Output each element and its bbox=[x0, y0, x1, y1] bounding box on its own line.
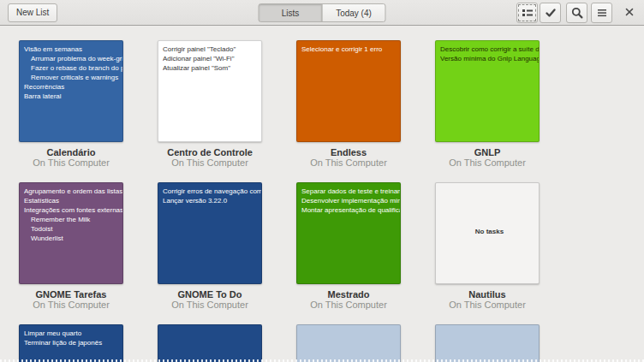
task-item: Visão em semanas bbox=[24, 45, 122, 54]
selection-mode-button[interactable] bbox=[540, 3, 561, 23]
close-icon bbox=[624, 7, 635, 20]
task-list-card-endless[interactable]: Selecionar e corrigir 1 erro Endless On … bbox=[296, 40, 401, 182]
list-title: GNOME Tarefas bbox=[19, 289, 123, 300]
task-item: Estatísticas bbox=[24, 196, 122, 205]
task-list-card-nautilus[interactable]: No tasks Nautilus On This Computer bbox=[435, 182, 540, 324]
task-item: Integrações com fontes externas bbox=[24, 205, 122, 215]
task-item: Remover criticals e warnings bbox=[24, 73, 122, 82]
search-button[interactable] bbox=[566, 3, 587, 23]
task-item: Montar apresentação de qualificação bbox=[301, 205, 400, 215]
task-list-thumbnail: Agrupamento e ordem das listas de tarefa… bbox=[19, 182, 123, 284]
list-title: Endless bbox=[296, 147, 401, 157]
search-icon bbox=[570, 6, 584, 20]
task-list-thumbnail: Corrigir painel "Teclado" Adicionar pain… bbox=[158, 40, 262, 142]
task-list-card-row3-4[interactable] bbox=[435, 324, 540, 362]
task-list-thumbnail: No tasks bbox=[435, 182, 540, 284]
task-list-thumbnail: Selecionar e corrigir 1 erro bbox=[296, 40, 401, 142]
list-subtitle: On This Computer bbox=[19, 300, 123, 310]
task-lists-grid: Visão em semanas Arrumar problema do wee… bbox=[19, 40, 540, 362]
task-list-thumbnail bbox=[158, 324, 262, 362]
task-item: Remember the Milk bbox=[24, 215, 122, 224]
menu-icon bbox=[595, 6, 609, 20]
task-item: Arrumar problema do week-grid bbox=[24, 54, 122, 63]
new-list-button[interactable]: New List bbox=[8, 3, 57, 22]
task-list-thumbnail: Corrigir erros de navegação com teclado … bbox=[158, 182, 262, 284]
task-item: Versão mínima do Gnlp Language Tool bbox=[440, 54, 539, 63]
list-subtitle: On This Computer bbox=[435, 300, 540, 310]
task-list-card-row3-1[interactable]: Limpar meu quarto Terminar lição de japo… bbox=[19, 324, 123, 362]
list-subtitle: On This Computer bbox=[158, 300, 262, 310]
task-list-card-gnome-tarefas[interactable]: Agrupamento e ordem das listas de tarefa… bbox=[19, 182, 123, 324]
task-item: Todoist bbox=[24, 224, 122, 234]
task-list-card-row3-3[interactable] bbox=[296, 324, 401, 362]
task-item: Recorrências bbox=[24, 82, 122, 92]
task-item: Limpar meu quarto bbox=[24, 329, 122, 338]
list-subtitle: On This Computer bbox=[296, 157, 401, 168]
task-item: Descobrir como corrigir a suíte de teste… bbox=[440, 45, 539, 54]
task-list-card-gnome-to-do[interactable]: Corrigir erros de navegação com teclado … bbox=[158, 182, 262, 324]
task-list-thumbnail bbox=[296, 324, 401, 362]
task-item: Lançar versão 3.22.0 bbox=[163, 196, 261, 205]
task-item: Desenvolver implementação mínima bbox=[301, 196, 400, 205]
list-subtitle: On This Computer bbox=[435, 157, 540, 168]
task-list-thumbnail: Visão em semanas Arrumar problema do wee… bbox=[19, 40, 123, 142]
headerbar-actions bbox=[516, 3, 640, 23]
list-title: Mestrado bbox=[296, 289, 401, 300]
task-item: Adicionar painel "Wi-Fi" bbox=[163, 54, 261, 63]
gnome-todo-window: New List Lists Today (4) bbox=[0, 0, 644, 362]
task-item: Corrigir erros de navegação com teclado bbox=[163, 187, 261, 196]
list-subtitle: On This Computer bbox=[296, 300, 401, 310]
menu-button[interactable] bbox=[591, 3, 612, 23]
list-subtitle: On This Computer bbox=[19, 157, 123, 168]
view-switcher: Lists Today (4) bbox=[259, 3, 386, 22]
list-title: Calendário bbox=[19, 147, 123, 157]
task-item: Barra lateral bbox=[24, 92, 122, 101]
no-tasks-label: No tasks bbox=[440, 187, 539, 276]
view-list-icon bbox=[521, 6, 534, 20]
task-list-card-row3-2[interactable] bbox=[158, 324, 262, 362]
task-item: Separar dados de teste e treinamento bbox=[301, 187, 400, 196]
headerbar: New List Lists Today (4) bbox=[0, 0, 644, 26]
task-list-thumbnail: Separar dados de teste e treinamento Des… bbox=[296, 182, 401, 284]
list-title: Centro de Controle bbox=[158, 147, 262, 157]
check-icon bbox=[544, 6, 558, 20]
task-item: Wunderlist bbox=[24, 234, 122, 243]
task-item: Atualizar painel "Som" bbox=[163, 63, 261, 73]
task-item: Agrupamento e ordem das listas de tarefa… bbox=[24, 187, 122, 196]
task-item: Terminar lição de japonês bbox=[24, 338, 122, 347]
list-title: Nautilus bbox=[435, 289, 540, 300]
task-list-card-gnlp[interactable]: Descobrir como corrigir a suíte de teste… bbox=[435, 40, 540, 182]
task-item: Corrigir painel "Teclado" bbox=[163, 45, 261, 54]
view-list-button[interactable] bbox=[516, 3, 538, 23]
list-title: GNLP bbox=[435, 147, 540, 157]
task-list-thumbnail: Limpar meu quarto Terminar lição de japo… bbox=[19, 324, 123, 362]
list-title: GNOME To Do bbox=[158, 289, 262, 300]
tab-lists[interactable]: Lists bbox=[259, 3, 323, 22]
task-item: Selecionar e corrigir 1 erro bbox=[301, 45, 400, 54]
task-list-thumbnail bbox=[435, 324, 540, 362]
task-item: Fazer o rebase do branch do pandusor bbox=[24, 63, 122, 73]
task-list-thumbnail: Descobrir como corrigir a suíte de teste… bbox=[435, 40, 540, 142]
task-list-card-mestrado[interactable]: Separar dados de teste e treinamento Des… bbox=[296, 182, 401, 324]
task-list-card-centro-de-controle[interactable]: Corrigir painel "Teclado" Adicionar pain… bbox=[158, 40, 262, 182]
task-list-card-calendario[interactable]: Visão em semanas Arrumar problema do wee… bbox=[19, 40, 123, 182]
tab-today[interactable]: Today (4) bbox=[322, 3, 386, 22]
list-subtitle: On This Computer bbox=[158, 157, 262, 168]
window-close-button[interactable] bbox=[619, 3, 640, 23]
